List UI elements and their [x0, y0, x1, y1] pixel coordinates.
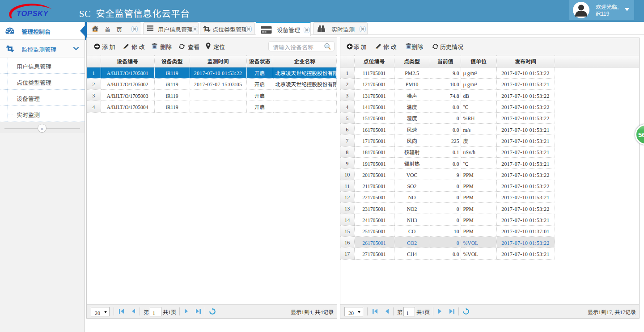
svg-text:TOPSKY: TOPSKY: [17, 9, 49, 17]
